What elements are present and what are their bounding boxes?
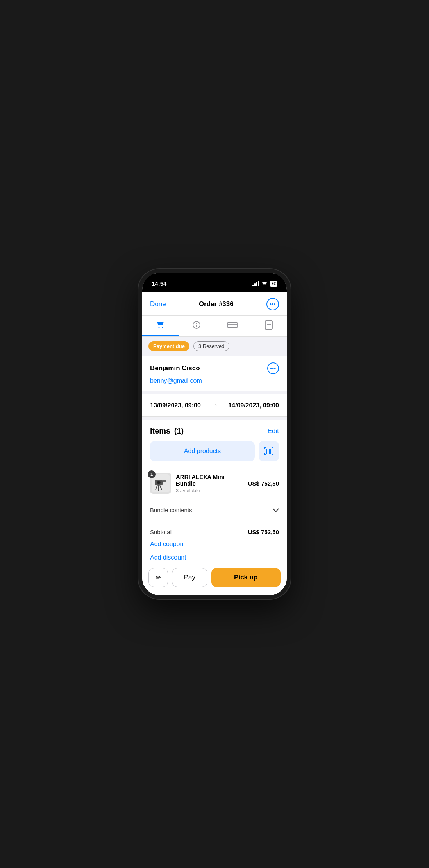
add-discount-link[interactable]: Add discount <box>150 551 279 564</box>
subtotal-row: Subtotal US$ 752,50 <box>150 526 279 538</box>
date-section: 13/09/2023, 09:00 → 14/09/2023, 09:00 <box>142 391 287 417</box>
customer-email[interactable]: benny@gmail.com <box>150 377 279 384</box>
bundle-contents-row[interactable]: Bundle contents <box>142 500 287 520</box>
items-header: Items (1) Edit <box>150 427 279 436</box>
barcode-scan-icon <box>264 447 273 456</box>
header: Done Order #336 ••• <box>142 292 287 316</box>
wifi-icon <box>261 280 268 287</box>
edit-icon-button[interactable]: ✏ <box>148 568 168 587</box>
product-image-container: 1 <box>150 473 171 494</box>
add-coupon-link[interactable]: Add coupon <box>150 538 279 551</box>
items-label: Items <box>150 427 170 435</box>
subtotal-value: US$ 752,50 <box>248 529 279 535</box>
svg-rect-14 <box>270 449 271 454</box>
end-date: 14/09/2023, 09:00 <box>228 402 279 409</box>
phone-frame: 14:54 92 Done Order #336 ••• <box>138 269 291 599</box>
notes-icon <box>265 320 273 332</box>
svg-rect-5 <box>228 322 237 328</box>
subtotal-label: Subtotal <box>150 529 172 535</box>
customer-card: Benjamin Cisco ••• benny@gmail.com <box>142 356 287 391</box>
product-info: ARRI ALEXA Mini Bundle 3 available <box>176 473 243 493</box>
tabs-bar <box>142 316 287 337</box>
svg-point-19 <box>157 481 160 484</box>
items-title: Items (1) <box>150 427 184 436</box>
date-arrow-icon: → <box>211 401 218 409</box>
svg-point-4 <box>196 323 197 324</box>
pencil-icon: ✏ <box>156 573 161 582</box>
done-button[interactable]: Done <box>150 300 166 308</box>
chevron-down-icon <box>273 507 279 513</box>
payment-due-badge: Payment due <box>148 341 189 351</box>
svg-rect-7 <box>265 321 272 329</box>
pay-button[interactable]: Pay <box>172 568 207 587</box>
more-icon: ••• <box>270 301 276 307</box>
badges-row: Payment due 3 Reserved <box>142 337 287 356</box>
customer-more-icon: ••• <box>270 366 276 371</box>
payment-icon <box>227 321 238 331</box>
product-price: US$ 752,50 <box>248 480 279 487</box>
action-bar: ✏ Pay Pick up <box>142 563 287 595</box>
customer-name: Benjamin Cisco <box>150 364 200 372</box>
svg-rect-13 <box>269 449 270 454</box>
svg-rect-12 <box>268 449 268 454</box>
info-icon <box>192 321 201 331</box>
items-count: (1) <box>174 427 184 435</box>
status-icons: 92 <box>252 280 277 287</box>
product-item: 1 <box>150 468 279 500</box>
product-qty-badge: 1 <box>148 470 156 478</box>
status-time: 14:54 <box>152 280 166 287</box>
signal-icon <box>252 281 259 286</box>
customer-header: Benjamin Cisco ••• <box>150 362 279 374</box>
svg-point-0 <box>159 327 160 328</box>
scan-barcode-button[interactable] <box>259 441 279 461</box>
cart-icon <box>156 320 165 331</box>
svg-point-1 <box>162 327 163 328</box>
svg-rect-20 <box>163 480 166 482</box>
notch <box>191 273 238 285</box>
page-title: Order #336 <box>199 300 234 308</box>
pickup-button[interactable]: Pick up <box>211 568 281 587</box>
more-button[interactable]: ••• <box>266 298 279 310</box>
screen-content: Done Order #336 ••• <box>142 292 287 595</box>
items-section: Items (1) Edit Add products <box>142 420 287 500</box>
svg-rect-11 <box>266 449 267 454</box>
status-bar: 14:54 92 <box>142 273 287 292</box>
reserved-badge: 3 Reserved <box>193 341 229 351</box>
tab-cart[interactable] <box>142 316 179 336</box>
product-availability: 3 available <box>176 488 243 493</box>
customer-more-button[interactable]: ••• <box>267 362 279 374</box>
tab-info[interactable] <box>179 316 215 336</box>
svg-rect-15 <box>272 449 272 454</box>
tab-payment[interactable] <box>214 316 251 335</box>
product-name: ARRI ALEXA Mini Bundle <box>176 473 243 487</box>
tab-notes[interactable] <box>251 316 287 336</box>
edit-button[interactable]: Edit <box>268 427 279 435</box>
start-date: 13/09/2023, 09:00 <box>150 402 201 409</box>
add-products-row: Add products <box>150 441 279 461</box>
bundle-label: Bundle contents <box>150 507 192 513</box>
add-products-button[interactable]: Add products <box>150 441 255 461</box>
battery-indicator: 92 <box>270 281 277 287</box>
